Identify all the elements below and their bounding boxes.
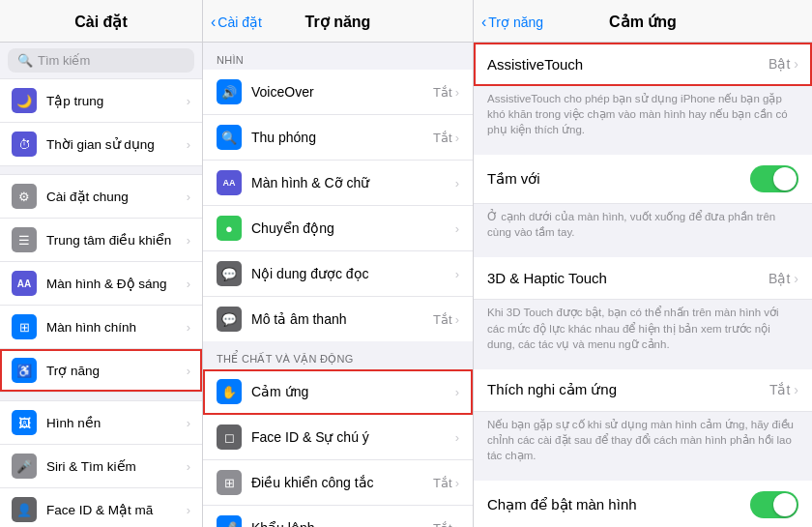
mo-ta-am-thanh-value: Tắt [433, 312, 452, 327]
section-nhin: NHÌN [203, 43, 473, 70]
man-hinh-chinh-label: Màn hình chính [46, 320, 187, 335]
cam-ung-label: Cảm ứng [251, 384, 455, 399]
dieu-khien-cong-tac-icon: ⊞ [217, 470, 242, 495]
row-thich-nghi[interactable]: Thích nghi cảm ứng Tắt › [474, 369, 812, 412]
cai-dat-chung-label: Cài đặt chung [46, 189, 187, 204]
thoi-gian-chevron: › [187, 137, 190, 152]
face-id-label: Face ID & Mật mã [46, 502, 187, 517]
sidebar-item-tap-trung[interactable]: 🌙 Tập trung › [0, 79, 202, 123]
khau-lenh-label: Khẩu lệnh [251, 520, 433, 527]
item-man-hinh-co-chu[interactable]: AA Màn hình & Cỡ chữ › [203, 161, 473, 206]
tam-voi-desc: Ở cạnh dưới của màn hình, vuốt xuống để … [474, 204, 812, 249]
thoi-gian-icon: ⏱ [12, 132, 37, 157]
item-noi-dung-doc[interactable]: 💬 Nội dung được đọc › [203, 251, 473, 297]
panel1-group2: ⚙ Cài đặt chung › ☰ Trung tâm điều khiển… [0, 174, 202, 393]
group-nhin: 🔊 VoiceOver Tắt › 🔍 Thu phóng Tắt › AA M… [203, 70, 473, 341]
khau-lenh-icon: 🎤 [217, 515, 242, 527]
search-input-box[interactable]: 🔍 Tìm kiếm [8, 48, 194, 73]
thoi-gian-label: Thời gian sử dụng [46, 136, 187, 152]
item-khau-lenh[interactable]: 🎤 Khẩu lệnh Tắt › [203, 506, 473, 527]
search-icon: 🔍 [17, 53, 33, 68]
chuyen-dong-label: Chuyển động [251, 220, 455, 236]
item-cam-ung[interactable]: ✋ Cảm ứng › [203, 369, 473, 415]
voiceover-label: VoiceOver [251, 84, 433, 100]
tam-voi-label: Tầm với [487, 170, 750, 188]
cham-de-bat-label: Chạm để bật màn hình [487, 496, 750, 513]
cham-de-bat-toggle[interactable] [750, 491, 798, 518]
3d-haptic-chevron: › [794, 271, 798, 286]
face-id-chu-y-label: Face ID & Sự chú ý [251, 429, 455, 445]
section-the-chat: THỂ CHẤT VÀ VẬN ĐỘNG [203, 341, 473, 369]
row-3d-haptic[interactable]: 3D & Haptic Touch Bật › [474, 257, 812, 300]
man-hinh-co-chu-label: Màn hình & Cỡ chữ [251, 175, 455, 190]
mo-ta-am-thanh-label: Mô tả âm thanh [251, 311, 433, 327]
item-face-id-chu-y[interactable]: ◻ Face ID & Sự chú ý › [203, 415, 473, 460]
man-hinh-chinh-icon: ⊞ [12, 314, 37, 339]
panel1-content: 🔍 Tìm kiếm 🌙 Tập trung › ⏱ Thời gian sử … [0, 43, 202, 527]
tam-voi-toggle[interactable] [750, 165, 798, 192]
item-mo-ta-am-thanh[interactable]: 💬 Mô tả âm thanh Tắt › [203, 297, 473, 341]
cam-ung-icon: ✋ [217, 379, 242, 404]
panel-cam-ung: ‹ Trợ năng Cảm ứng AssistiveTouch Bật › … [474, 0, 812, 527]
row-assistive-touch[interactable]: AssistiveTouch Bật › [474, 43, 812, 86]
item-thu-phong[interactable]: 🔍 Thu phóng Tắt › [203, 115, 473, 161]
back-chevron-icon-p3: ‹ [481, 14, 486, 31]
khau-lenh-chevron: › [455, 521, 459, 528]
panel-settings: Cài đặt 🔍 Tìm kiếm 🌙 Tập trung › ⏱ Thời … [0, 0, 203, 527]
thu-phong-chevron: › [455, 131, 459, 145]
tap-trung-chevron: › [187, 94, 190, 108]
sidebar-item-man-hinh-do-sang[interactable]: AA Màn hình & Độ sáng › [0, 262, 202, 306]
panel1-group1: 🌙 Tập trung › ⏱ Thời gian sử dụng › [0, 78, 202, 166]
toggle-thumb [773, 167, 797, 190]
khau-lenh-value: Tắt [433, 521, 452, 528]
face-id-icon: 👤 [12, 497, 37, 522]
sidebar-item-cai-dat-chung[interactable]: ⚙ Cài đặt chung › [0, 175, 202, 219]
dieu-khien-cong-tac-label: Điều khiển công tắc [251, 475, 433, 490]
siri-icon: 🎤 [12, 454, 37, 479]
panel2-back-button[interactable]: ‹ Cài đặt [211, 14, 262, 31]
sidebar-item-man-hinh-chinh[interactable]: ⊞ Màn hình chính › [0, 306, 202, 349]
tro-nang-icon: ♿ [12, 358, 37, 383]
cam-ung-chevron: › [455, 385, 459, 399]
thu-phong-value: Tắt [433, 131, 452, 145]
back-chevron-icon: ‹ [211, 14, 216, 31]
thich-nghi-value: Tắt [769, 382, 790, 397]
sidebar-item-thoi-gian[interactable]: ⏱ Thời gian sử dụng › [0, 123, 202, 165]
assistive-touch-label: AssistiveTouch [487, 56, 768, 73]
mo-ta-am-thanh-chevron: › [455, 312, 459, 327]
sidebar-item-siri[interactable]: 🎤 Siri & Tìm kiếm › [0, 445, 202, 488]
voiceover-chevron: › [455, 85, 459, 100]
sidebar-item-trung-tam[interactable]: ☰ Trung tâm điều khiển › [0, 219, 202, 262]
cai-dat-chung-icon: ⚙ [12, 184, 37, 209]
panel1-header: Cài đặt [0, 0, 202, 43]
panel3-back-label: Trợ năng [488, 15, 543, 30]
item-dieu-khien-cong-tac[interactable]: ⊞ Điều khiển công tắc Tắt › [203, 460, 473, 506]
item-voiceover[interactable]: 🔊 VoiceOver Tắt › [203, 70, 473, 115]
hinh-nen-icon: 🖼 [12, 410, 37, 435]
noi-dung-doc-icon: 💬 [217, 261, 242, 286]
voiceover-icon: 🔊 [217, 79, 242, 104]
panel2-content: NHÌN 🔊 VoiceOver Tắt › 🔍 Thu phóng Tắt ›… [203, 43, 473, 527]
row-tam-voi[interactable]: Tầm với [474, 155, 812, 204]
toggle-thumb-2 [773, 493, 797, 516]
trung-tam-label: Trung tâm điều khiển [46, 232, 187, 248]
hinh-nen-label: Hình nền [46, 415, 187, 430]
assistive-touch-value: Bật [768, 56, 790, 72]
panel2-title: Trợ năng [305, 13, 371, 31]
sidebar-item-tro-nang[interactable]: ♿ Trợ năng › [0, 349, 202, 392]
thich-nghi-desc: Nếu bạn gặp sự cố khi sử dụng màn hình c… [474, 412, 812, 473]
search-bar: 🔍 Tìm kiếm [0, 43, 202, 78]
man-hinh-icon: AA [12, 271, 37, 296]
thu-phong-icon: 🔍 [217, 125, 242, 150]
row-cham-de-bat[interactable]: Chạm để bật màn hình [474, 481, 812, 527]
assistive-touch-desc: AssistiveTouch cho phép bạn sử dụng iPho… [474, 86, 812, 147]
3d-haptic-label: 3D & Haptic Touch [487, 270, 768, 286]
item-chuyen-dong[interactable]: ● Chuyển động › [203, 206, 473, 251]
sidebar-item-hinh-nen[interactable]: 🖼 Hình nền › [0, 401, 202, 445]
thich-nghi-chevron: › [794, 382, 798, 397]
sidebar-item-face-id[interactable]: 👤 Face ID & Mật mã › [0, 488, 202, 527]
tap-trung-icon: 🌙 [12, 88, 37, 113]
man-hinh-co-chu-icon: AA [217, 170, 242, 195]
dieu-khien-cong-tac-value: Tắt [433, 476, 452, 490]
panel3-back-button[interactable]: ‹ Trợ năng [481, 14, 543, 31]
